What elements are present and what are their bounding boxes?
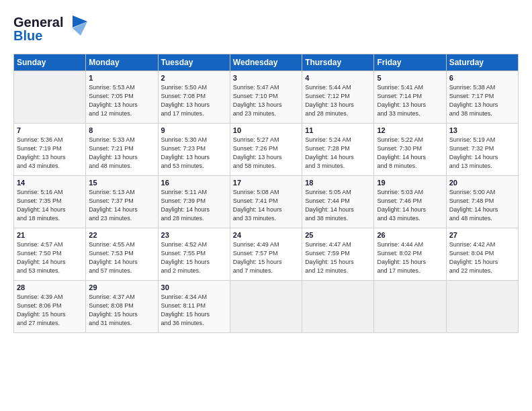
day-info: Sunrise: 5:38 AMSunset: 7:17 PMDaylight:… [449,83,515,118]
day-info: Sunrise: 5:00 AMSunset: 7:48 PMDaylight:… [449,188,515,223]
day-info: Sunrise: 4:57 AMSunset: 7:50 PMDaylight:… [17,240,83,275]
day-number: 11 [305,126,371,134]
day-cell: 16Sunrise: 5:11 AMSunset: 7:39 PMDayligh… [158,176,230,228]
calendar-table: SundayMondayTuesdayWednesdayThursdayFrid… [13,54,519,333]
day-cell: 1Sunrise: 5:53 AMSunset: 7:05 PMDaylight… [86,71,158,124]
day-number: 3 [233,74,299,82]
day-info: Sunrise: 5:53 AMSunset: 7:05 PMDaylight:… [89,83,154,118]
day-info: Sunrise: 4:49 AMSunset: 7:57 PMDaylight:… [233,240,299,275]
col-header-saturday: Saturday [446,54,518,71]
day-number: 23 [161,231,227,239]
day-number: 28 [17,283,83,291]
day-number: 9 [161,126,227,134]
day-cell: 22Sunrise: 4:55 AMSunset: 7:53 PMDayligh… [86,228,158,281]
day-number: 19 [377,179,443,187]
day-number: 27 [449,231,515,239]
day-number: 16 [161,179,227,187]
col-header-monday: Monday [86,54,158,71]
day-number: 25 [305,231,371,239]
day-cell: 18Sunrise: 5:05 AMSunset: 7:44 PMDayligh… [302,176,374,228]
day-cell: 24Sunrise: 4:49 AMSunset: 7:57 PMDayligh… [230,228,302,281]
day-cell [14,71,86,124]
day-info: Sunrise: 5:05 AMSunset: 7:44 PMDaylight:… [305,188,371,223]
day-info: Sunrise: 5:19 AMSunset: 7:32 PMDaylight:… [449,136,515,171]
svg-text:Blue: Blue [13,28,42,43]
day-cell: 17Sunrise: 5:08 AMSunset: 7:41 PMDayligh… [230,176,302,228]
day-number: 30 [161,283,227,291]
svg-text:General: General [13,15,63,30]
day-number: 22 [89,231,154,239]
day-info: Sunrise: 4:47 AMSunset: 7:59 PMDaylight:… [305,240,371,275]
day-info: Sunrise: 5:08 AMSunset: 7:41 PMDaylight:… [233,188,299,223]
day-number: 2 [161,74,227,82]
day-info: Sunrise: 4:55 AMSunset: 7:53 PMDaylight:… [89,240,154,275]
day-cell: 2Sunrise: 5:50 AMSunset: 7:08 PMDaylight… [158,71,230,124]
day-info: Sunrise: 5:41 AMSunset: 7:14 PMDaylight:… [377,83,443,118]
day-cell: 20Sunrise: 5:00 AMSunset: 7:48 PMDayligh… [446,176,518,228]
day-number: 12 [377,126,443,134]
day-number: 24 [233,231,299,239]
day-cell: 14Sunrise: 5:16 AMSunset: 7:35 PMDayligh… [14,176,86,228]
day-info: Sunrise: 5:13 AMSunset: 7:37 PMDaylight:… [89,188,154,223]
day-cell [302,281,374,333]
day-number: 7 [17,126,83,134]
day-info: Sunrise: 5:24 AMSunset: 7:28 PMDaylight:… [305,136,371,171]
week-row-4: 21Sunrise: 4:57 AMSunset: 7:50 PMDayligh… [14,228,519,281]
day-number: 17 [233,179,299,187]
day-info: Sunrise: 4:42 AMSunset: 8:04 PMDaylight:… [449,240,515,275]
day-cell: 13Sunrise: 5:19 AMSunset: 7:32 PMDayligh… [446,124,518,176]
day-info: Sunrise: 4:52 AMSunset: 7:55 PMDaylight:… [161,240,227,275]
day-cell: 10Sunrise: 5:27 AMSunset: 7:26 PMDayligh… [230,124,302,176]
header: General Blue [13,12,519,46]
day-cell: 21Sunrise: 4:57 AMSunset: 7:50 PMDayligh… [14,228,86,281]
day-number: 5 [377,74,443,82]
day-cell: 28Sunrise: 4:39 AMSunset: 8:06 PMDayligh… [14,281,86,333]
day-number: 15 [89,179,154,187]
page: General Blue SundayMondayTuesdayWednesda… [0,0,532,340]
day-info: Sunrise: 5:33 AMSunset: 7:21 PMDaylight:… [89,136,154,171]
day-info: Sunrise: 5:44 AMSunset: 7:12 PMDaylight:… [305,83,371,118]
day-cell: 5Sunrise: 5:41 AMSunset: 7:14 PMDaylight… [374,71,446,124]
week-row-2: 7Sunrise: 5:36 AMSunset: 7:19 PMDaylight… [14,124,519,176]
day-number: 10 [233,126,299,134]
day-info: Sunrise: 4:39 AMSunset: 8:06 PMDaylight:… [17,293,83,328]
day-cell: 23Sunrise: 4:52 AMSunset: 7:55 PMDayligh… [158,228,230,281]
day-cell: 4Sunrise: 5:44 AMSunset: 7:12 PMDaylight… [302,71,374,124]
day-cell: 19Sunrise: 5:03 AMSunset: 7:46 PMDayligh… [374,176,446,228]
day-info: Sunrise: 5:36 AMSunset: 7:19 PMDaylight:… [17,136,83,171]
day-cell [446,281,518,333]
day-number: 13 [449,126,515,134]
day-cell [374,281,446,333]
day-cell: 25Sunrise: 4:47 AMSunset: 7:59 PMDayligh… [302,228,374,281]
col-header-wednesday: Wednesday [230,54,302,71]
header-row: SundayMondayTuesdayWednesdayThursdayFrid… [14,54,519,71]
day-number: 29 [89,283,154,291]
day-info: Sunrise: 5:27 AMSunset: 7:26 PMDaylight:… [233,136,299,171]
day-cell: 3Sunrise: 5:47 AMSunset: 7:10 PMDaylight… [230,71,302,124]
day-info: Sunrise: 5:22 AMSunset: 7:30 PMDaylight:… [377,136,443,171]
week-row-1: 1Sunrise: 5:53 AMSunset: 7:05 PMDaylight… [14,71,519,124]
day-number: 6 [449,74,515,82]
day-info: Sunrise: 5:30 AMSunset: 7:23 PMDaylight:… [161,136,227,171]
day-cell: 11Sunrise: 5:24 AMSunset: 7:28 PMDayligh… [302,124,374,176]
day-info: Sunrise: 5:16 AMSunset: 7:35 PMDaylight:… [17,188,83,223]
day-info: Sunrise: 4:37 AMSunset: 8:08 PMDaylight:… [89,293,154,328]
col-header-thursday: Thursday [302,54,374,71]
day-number: 14 [17,179,83,187]
day-info: Sunrise: 5:03 AMSunset: 7:46 PMDaylight:… [377,188,443,223]
day-cell: 26Sunrise: 4:44 AMSunset: 8:02 PMDayligh… [374,228,446,281]
day-number: 20 [449,179,515,187]
day-cell: 12Sunrise: 5:22 AMSunset: 7:30 PMDayligh… [374,124,446,176]
week-row-5: 28Sunrise: 4:39 AMSunset: 8:06 PMDayligh… [14,281,519,333]
day-cell [230,281,302,333]
logo-text: General Blue [13,12,87,46]
day-cell: 8Sunrise: 5:33 AMSunset: 7:21 PMDaylight… [86,124,158,176]
day-info: Sunrise: 4:34 AMSunset: 8:11 PMDaylight:… [161,293,227,328]
day-info: Sunrise: 5:47 AMSunset: 7:10 PMDaylight:… [233,83,299,118]
day-number: 4 [305,74,371,82]
col-header-tuesday: Tuesday [158,54,230,71]
day-info: Sunrise: 4:44 AMSunset: 8:02 PMDaylight:… [377,240,443,275]
day-info: Sunrise: 5:11 AMSunset: 7:39 PMDaylight:… [161,188,227,223]
col-header-sunday: Sunday [14,54,86,71]
day-number: 8 [89,126,154,134]
